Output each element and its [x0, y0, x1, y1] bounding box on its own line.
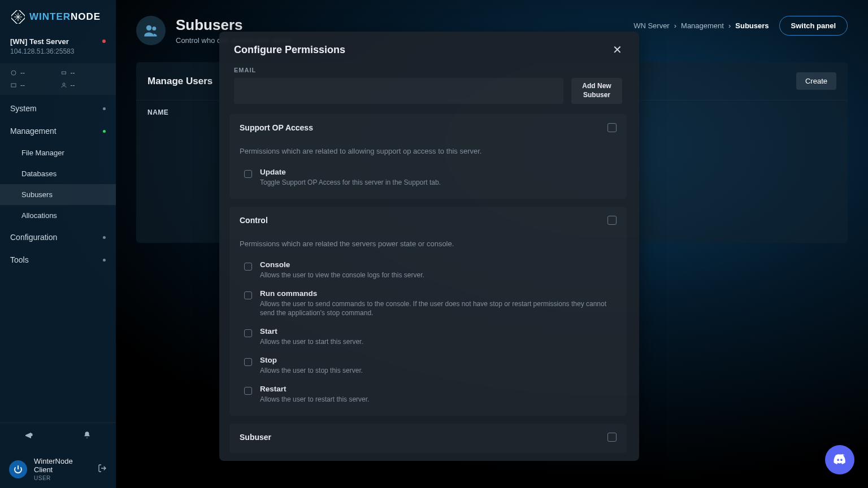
permission-group: Subuser	[229, 424, 627, 453]
modal-scroll[interactable]: Configure Permissions ✕ EMAIL Add New Su…	[219, 32, 639, 461]
permission-checkbox[interactable]	[244, 358, 252, 366]
permission-checkbox[interactable]	[244, 387, 252, 395]
permission-group-desc: Permissions which are related to allowin…	[229, 137, 627, 163]
permission-group-desc: Permissions which are related the server…	[229, 229, 627, 256]
add-subuser-button[interactable]: Add New Subuser	[571, 78, 622, 104]
permission-checkbox[interactable]	[244, 263, 252, 271]
permission-checkbox[interactable]	[244, 329, 252, 337]
permission-name: Console	[260, 260, 424, 269]
permission-name: Start	[260, 327, 363, 336]
permission-checkbox[interactable]	[244, 291, 252, 299]
permission-group-title: Support OP Access	[240, 123, 313, 132]
permission-name: Restart	[260, 385, 369, 393]
permission-name: Stop	[260, 356, 363, 364]
permission-checkbox[interactable]	[244, 170, 252, 178]
email-label: EMAIL	[219, 62, 637, 78]
permission-desc: Allows the user to stop this server.	[260, 366, 363, 376]
permission-desc: Toggle Support OP Access for this server…	[260, 178, 441, 188]
permission-item[interactable]: RestartAllows the user to restart this s…	[229, 380, 627, 409]
permission-item[interactable]: Run commandsAllows the user to send comm…	[229, 285, 627, 323]
permission-desc: Allows the user to start this server.	[260, 337, 363, 347]
permission-desc: Allows the user to send commands to the …	[260, 299, 617, 319]
permission-name: Update	[260, 168, 441, 176]
select-all-checkbox[interactable]	[607, 123, 617, 132]
modal-title: Configure Permissions	[234, 44, 345, 56]
discord-button[interactable]	[825, 445, 854, 474]
discord-icon	[832, 452, 848, 468]
permission-group-title: Subuser	[240, 433, 271, 442]
permission-group: ControlPermissions which are related the…	[229, 207, 627, 416]
select-all-checkbox[interactable]	[607, 216, 617, 225]
permission-desc: Allows the user to view the console logs…	[260, 271, 424, 280]
permission-item[interactable]: UpdateToggle Support OP Access for this …	[229, 163, 627, 192]
permission-name: Run commands	[260, 289, 617, 298]
permission-group: Support OP AccessPermissions which are r…	[229, 114, 627, 199]
permission-desc: Allows the user to restart this server.	[260, 395, 369, 404]
permission-item[interactable]: ConsoleAllows the user to view the conso…	[229, 256, 627, 285]
select-all-checkbox[interactable]	[607, 433, 617, 442]
close-icon[interactable]: ✕	[613, 43, 622, 56]
configure-permissions-modal: Configure Permissions ✕ EMAIL Add New Su…	[219, 32, 639, 461]
permission-item[interactable]: StopAllows the user to stop this server.	[229, 351, 627, 380]
email-input[interactable]	[234, 78, 563, 104]
permission-item[interactable]: StartAllows the user to start this serve…	[229, 323, 627, 351]
permission-group-title: Control	[240, 216, 268, 225]
